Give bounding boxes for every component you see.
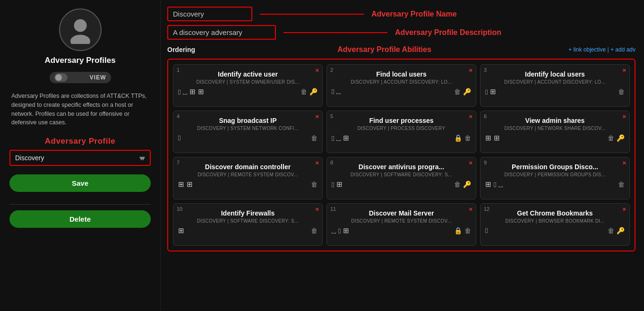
ability-card-title: Discover Mail Server [332, 209, 471, 217]
ability-card-number: 8 [330, 160, 333, 165]
ability-card-close-btn[interactable]: × [469, 206, 472, 213]
save-button[interactable]: Save [9, 174, 151, 192]
trash-icon[interactable]: 🗑 [454, 181, 461, 188]
win2-platform-icon: ⊞ [494, 134, 500, 142]
trash-icon[interactable]: 🗑 [464, 134, 471, 142]
profile-desc-row: Adversary Profile Description [167, 25, 635, 40]
ability-card-close-btn[interactable]: × [315, 159, 319, 166]
trash-icon[interactable]: 🗑 [311, 181, 318, 188]
trash-icon[interactable]: 🗑 [608, 227, 614, 234]
apple-platform-icon:  [178, 88, 180, 96]
action-icons: 🗑 [618, 88, 625, 95]
ability-card-close-btn[interactable]: × [622, 113, 626, 120]
linux-platform-icon: ⎵ [498, 181, 503, 189]
ability-card-close-btn[interactable]: × [622, 206, 626, 213]
trash-icon[interactable]: 🗑 [608, 134, 614, 142]
profile-select-wrapper: Discovery ▾ [9, 150, 151, 166]
trash-icon[interactable]: 🗑 [311, 227, 318, 234]
sidebar-divider [9, 204, 151, 205]
ability-card-subtitle: DISCOVERY | REMOTE SYSTEM DISCOV... [178, 172, 318, 177]
action-icons: 🔒🗑 [454, 227, 471, 234]
ability-card-title: Discover domain controller [178, 163, 318, 171]
ability-card-close-btn[interactable]: × [469, 113, 472, 120]
ability-card-subtitle: DISCOVERY | PROCESS DISCOVERY [332, 126, 471, 131]
profile-desc-input[interactable] [167, 25, 276, 40]
linux-platform-icon: ⎵ [336, 134, 341, 142]
lock-icon: 🔒 [454, 227, 462, 234]
ability-card-subtitle: DISCOVERY | SYSTEM NETWORK CONFI... [178, 126, 318, 131]
ability-card: 2×Find local usersDISCOVERY | ACCOUNT DI… [326, 64, 476, 107]
view-toggle[interactable]: VIEW [50, 72, 111, 83]
ability-card-close-btn[interactable]: × [622, 159, 626, 166]
ordering-label: Ordering [167, 46, 200, 53]
key-icon[interactable]: 🔑 [309, 88, 318, 95]
ability-card-number: 4 [177, 113, 180, 119]
add-ability-btn[interactable]: | + add adv [608, 46, 636, 53]
toggle-label: VIEW [90, 74, 106, 81]
ability-card-subtitle: DISCOVERY | REMOTE SYSTEM DISCOV... [332, 218, 471, 224]
apple-platform-icon:  [485, 226, 488, 234]
abilities-grid: 1×Identify active userDISCOVERY | SYSTEM… [173, 64, 630, 246]
trash-icon[interactable]: 🗑 [301, 88, 307, 95]
trash-icon[interactable]: 🗑 [454, 88, 461, 95]
win2-platform-icon: ⊞ [490, 87, 496, 96]
ability-card-number: 2 [330, 67, 333, 73]
link-objective-btn[interactable]: + link objective [568, 46, 606, 53]
name-arrow [260, 14, 364, 15]
desc-annotation: Adversary Profile Description [395, 28, 501, 37]
platform-icons: ⊞ [332, 180, 343, 189]
key-icon[interactable]: 🔑 [463, 88, 471, 95]
ability-card-number: 9 [484, 160, 487, 165]
trash-icon[interactable]: 🗑 [464, 227, 471, 234]
lock-icon: 🔒 [454, 134, 462, 142]
trash-icon[interactable]: 🗑 [311, 134, 318, 142]
action-icons: 🔒🗑 [454, 134, 471, 142]
ability-card-subtitle: DISCOVERY | SOFTWARE DISCOVERY: S... [178, 218, 318, 224]
platform-icons: ⊞⎵ [485, 180, 503, 189]
ability-card-close-btn[interactable]: × [469, 159, 472, 166]
ability-card-subtitle: DISCOVERY | PERMISSION GROUPS DIS... [485, 172, 625, 177]
trash-icon[interactable]: 🗑 [618, 88, 625, 95]
profile-select[interactable]: Discovery [10, 151, 150, 165]
action-icons: 🗑 [311, 181, 318, 188]
key-icon[interactable]: 🔑 [617, 134, 625, 142]
ability-card-icons-row: ⊞🗑 [178, 226, 318, 235]
trash-icon[interactable]: 🗑 [618, 181, 625, 188]
ability-card-icons-row: ⊞⎵🗑 [485, 180, 625, 189]
ability-card-icons-row: ⎵⊞⊞🗑🔑 [178, 87, 318, 96]
ability-card-subtitle: DISCOVERY | SYSTEM OWNER/USER DIS... [178, 79, 318, 85]
ability-card: 11×Discover Mail ServerDISCOVERY | REMOT… [326, 203, 476, 246]
ability-card-icons-row: ⊞🗑 [485, 87, 625, 96]
profile-name-row: Adversary Profile Name [167, 7, 635, 21]
linux-platform-icon: ⎵ [183, 88, 187, 96]
delete-button[interactable]: Delete [9, 210, 151, 228]
ability-card-number: 12 [484, 206, 489, 212]
ability-card-close-btn[interactable]: × [315, 206, 319, 213]
name-annotation: Adversary Profile Name [371, 10, 457, 18]
apple-platform-icon:  [338, 227, 341, 235]
ability-card-close-btn[interactable]: × [622, 67, 626, 74]
action-icons: 🗑 [311, 227, 318, 234]
ability-card-close-btn[interactable]: × [315, 113, 319, 120]
ability-card: 6×View admin sharesDISCOVERY | NETWORK S… [480, 111, 630, 153]
sidebar-title: Adversary Profiles [44, 56, 115, 65]
win-platform-icon: ⊞ [336, 180, 343, 189]
key-icon[interactable]: 🔑 [463, 181, 471, 188]
apple-platform-icon:  [332, 134, 334, 142]
ability-card-title: Find local users [332, 70, 471, 78]
desc-arrow [283, 32, 387, 33]
ability-card-number: 3 [484, 67, 487, 73]
ability-card-close-btn[interactable]: × [315, 67, 319, 74]
platform-icons: ⊞⊞ [485, 134, 500, 142]
ability-card-subtitle: DISCOVERY | SOFTWARE DISCOVERY: S... [332, 172, 471, 177]
win2-platform-icon: ⊞ [198, 87, 204, 96]
ability-card: 3×Identify local usersDISCOVERY | ACCOUN… [480, 64, 630, 107]
action-icons: 🗑🔑 [454, 88, 471, 95]
ability-card-close-btn[interactable]: × [469, 67, 472, 74]
profile-name-input[interactable] [167, 7, 252, 21]
key-icon[interactable]: 🔑 [617, 227, 625, 234]
ability-card-icons-row: ⊞⊞🗑🔑 [485, 134, 625, 142]
ability-card-title: View admin shares [485, 117, 625, 124]
ability-card-icons-row: ⎵⊞🔒🗑 [332, 226, 471, 235]
abilities-grid-wrapper: 1×Identify active userDISCOVERY | SYSTEM… [167, 59, 635, 251]
